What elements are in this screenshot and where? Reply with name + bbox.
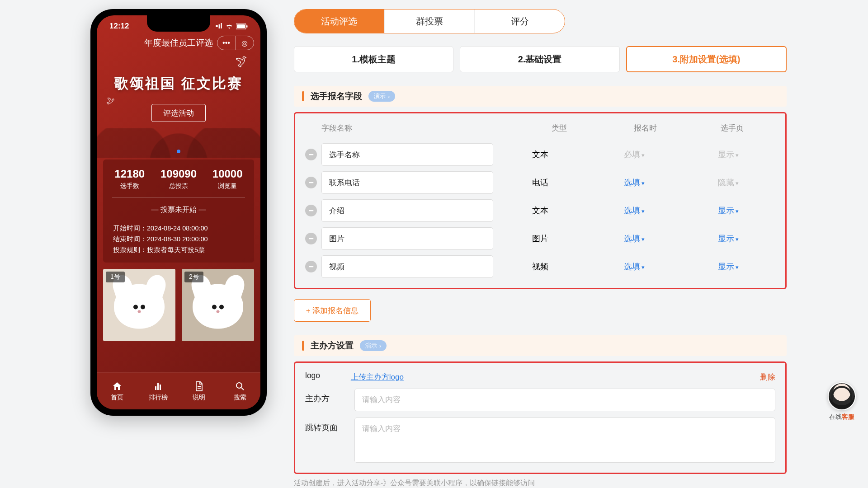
wifi-icon <box>225 23 233 29</box>
stat-item: 109090总投票 <box>160 168 197 190</box>
section-header-organizer: 主办方设置 演示 <box>294 335 787 356</box>
organizer-input[interactable] <box>354 389 775 411</box>
banner: 🕊 🕊 歌颂祖国 征文比赛 评选活动 <box>97 52 260 158</box>
banner-button[interactable]: 评选活动 <box>151 104 206 122</box>
remove-field-button[interactable]: − <box>305 149 317 160</box>
main-tab-bar: 活动评选 群投票 评分 <box>294 9 565 33</box>
register-dropdown[interactable]: 选填 <box>624 206 645 215</box>
phone-notch <box>147 15 210 32</box>
section-title: 选手报名字段 <box>311 90 362 102</box>
nav-item-3[interactable]: 搜索 <box>220 373 261 409</box>
field-name-input[interactable] <box>321 143 493 166</box>
remove-field-button[interactable]: − <box>305 233 317 244</box>
field-header-row: 字段名称 类型 报名时 选手页 <box>305 117 775 138</box>
svg-rect-2 <box>246 25 248 28</box>
jump-page-textarea[interactable] <box>354 418 775 463</box>
register-dropdown[interactable]: 选填 <box>624 234 645 243</box>
battery-icon <box>236 23 248 29</box>
display-dropdown[interactable]: 显示 <box>718 206 739 215</box>
field-name-input[interactable] <box>321 171 493 194</box>
tab-activity-selection[interactable]: 活动评选 <box>294 9 384 33</box>
logo-label: logo <box>305 370 340 380</box>
demo-button[interactable]: 演示 <box>360 340 387 351</box>
col-display: 选手页 <box>689 123 775 133</box>
demo-button[interactable]: 演示 <box>368 91 395 102</box>
stat-number: 12180 <box>114 168 145 180</box>
section-header-fields: 选手报名字段 演示 <box>294 86 787 107</box>
field-type: 文本 <box>493 205 587 216</box>
field-name-input[interactable] <box>321 255 493 278</box>
target-icon[interactable]: ◎ <box>236 36 254 50</box>
customer-service-widget[interactable]: 在线客服 <box>826 382 857 421</box>
field-row: − 电话 选填 隐藏 <box>305 171 775 194</box>
vote-status: — 投票未开始 — <box>107 205 250 215</box>
contestant-tag: 2号 <box>184 272 203 282</box>
add-field-button[interactable]: + 添加报名信息 <box>294 299 371 322</box>
display-dropdown[interactable]: 显示 <box>718 262 739 271</box>
tab-rating[interactable]: 评分 <box>474 9 565 33</box>
col-register: 报名时 <box>602 123 689 133</box>
home-icon <box>112 381 123 392</box>
step-tab-bar: 1.模板主题 2.基础设置 3.附加设置(选填) <box>294 46 787 72</box>
organizer-label: 主办方 <box>305 389 344 404</box>
field-name-input[interactable] <box>321 199 493 222</box>
delete-logo-link[interactable]: 删除 <box>760 372 775 382</box>
bottom-nav: 首页排行榜说明搜索 <box>97 372 260 409</box>
register-dropdown[interactable]: 选填 <box>624 262 645 271</box>
miniprogram-capsule[interactable]: ••• ◎ <box>217 36 254 50</box>
upload-logo-link[interactable]: 上传主办方logo <box>351 372 404 382</box>
nav-item-0[interactable]: 首页 <box>97 373 138 409</box>
app-title: 年度最佳员工评选 <box>144 37 213 49</box>
jump-page-label: 跳转页面 <box>305 418 344 433</box>
carousel-dot[interactable] <box>177 150 180 153</box>
field-type: 视频 <box>493 261 587 272</box>
field-row: − 视频 选填 显示 <box>305 255 775 278</box>
hint-text: 活动创建后，进入活动分享-》公众号需要关联小程序，以确保链接能够访问 <box>294 479 787 488</box>
remove-field-button[interactable]: − <box>305 177 317 188</box>
nav-item-1[interactable]: 排行榜 <box>138 373 179 409</box>
cs-label: 在线客服 <box>826 413 857 421</box>
section-title: 主办方设置 <box>311 340 354 352</box>
nav-item-2[interactable]: 说明 <box>179 373 220 409</box>
field-row: − 文本 必填 显示 <box>305 143 775 166</box>
stat-label: 浏览量 <box>212 182 243 190</box>
field-name-input[interactable] <box>321 227 493 250</box>
cs-avatar-icon <box>828 382 856 410</box>
stats-card: 12180选手数109090总投票10000浏览量 — 投票未开始 — 开始时间… <box>103 160 254 263</box>
svg-point-3 <box>236 383 242 388</box>
stat-number: 109090 <box>160 168 197 180</box>
display-dropdown[interactable]: 显示 <box>718 234 739 243</box>
field-type: 文本 <box>493 149 587 160</box>
step-tab-additional[interactable]: 3.附加设置(选填) <box>626 46 787 72</box>
dove-icon: 🕊 <box>234 53 249 70</box>
register-dropdown[interactable]: 选填 <box>624 178 645 187</box>
fields-box: 字段名称 类型 报名时 选手页 − 文本 必填 显示 − 电话 选填 隐藏 − … <box>294 112 787 289</box>
display-dropdown: 显示 <box>718 150 739 159</box>
field-row: − 文本 选填 显示 <box>305 199 775 222</box>
remove-field-button[interactable]: − <box>305 205 317 216</box>
organizer-box: logo 上传主办方logo 删除 主办方 跳转页面 <box>294 361 787 474</box>
col-type: 类型 <box>516 123 602 133</box>
register-dropdown: 必填 <box>624 150 645 159</box>
phone-preview: 12:12 •ıl 年度最佳员工评选 ••• ◎ 🕊 🕊 歌颂祖国 征文比赛 <box>90 9 267 416</box>
step-tab-basic[interactable]: 2.基础设置 <box>460 46 619 72</box>
field-row: − 图片 选填 显示 <box>305 227 775 250</box>
signal-icon: •ıl <box>216 22 222 31</box>
contestant-card[interactable]: 2号 <box>182 269 254 341</box>
contestant-card[interactable]: 1号 <box>103 269 175 341</box>
info-line: 开始时间：2024-08-24 08:00:00 <box>113 223 244 234</box>
stat-label: 总投票 <box>160 182 197 190</box>
step-tab-template[interactable]: 1.模板主题 <box>294 46 453 72</box>
status-time: 12:12 <box>109 22 129 31</box>
more-icon[interactable]: ••• <box>217 36 236 50</box>
field-type: 图片 <box>493 233 587 244</box>
svg-rect-1 <box>237 24 245 28</box>
nav-label: 搜索 <box>234 394 246 402</box>
nav-label: 首页 <box>111 394 123 402</box>
banner-title: 歌颂祖国 征文比赛 <box>97 74 260 93</box>
field-type: 电话 <box>493 177 587 188</box>
tab-group-vote[interactable]: 群投票 <box>384 9 475 33</box>
remove-field-button[interactable]: − <box>305 261 317 272</box>
ranking-icon <box>153 381 164 392</box>
stat-number: 10000 <box>212 168 243 180</box>
